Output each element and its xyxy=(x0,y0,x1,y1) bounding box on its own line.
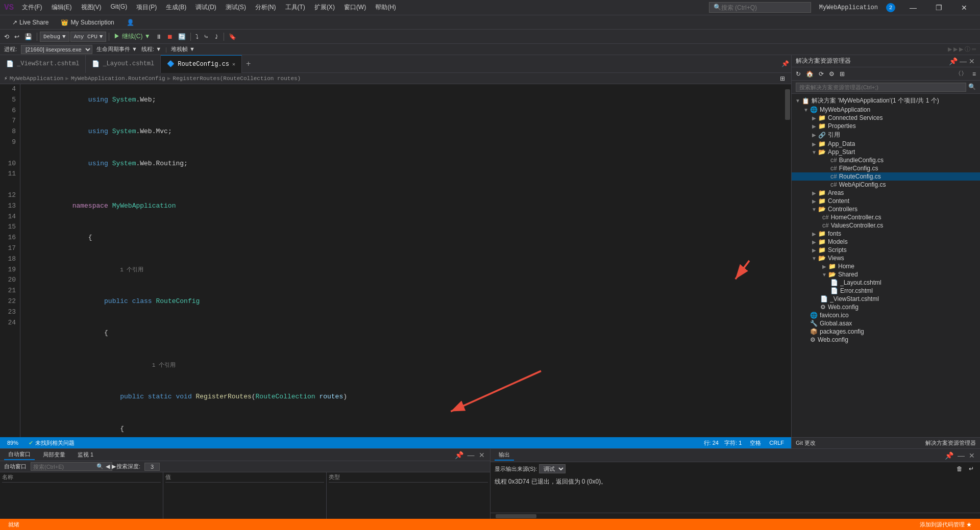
tree-home-folder[interactable]: ▶ 📁 Home xyxy=(792,262,980,270)
depth-input[interactable] xyxy=(144,463,160,471)
tree-models[interactable]: ▶ 📁 Models xyxy=(792,238,980,246)
global-search-input[interactable] xyxy=(721,4,798,11)
git-label[interactable]: Git 更改 xyxy=(796,439,816,447)
status-git[interactable]: 添加到源代码管理 ★ xyxy=(920,521,972,528)
output-hscroll-thumb[interactable] xyxy=(496,514,536,518)
editor-scrollbar-thumb[interactable] xyxy=(785,89,790,120)
se-close-button[interactable]: ✕ xyxy=(968,56,976,66)
output-close-btn[interactable]: ✕ xyxy=(968,450,976,461)
tab-routeconfig[interactable]: 🔷 RouteConfig.cs ✕ xyxy=(161,55,242,73)
auto-min-btn[interactable]: — xyxy=(467,450,476,460)
se-footer-label[interactable]: 解决方案资源管理器 xyxy=(925,439,976,447)
toolbar-back[interactable]: ⟲ xyxy=(2,31,11,42)
tree-areas[interactable]: ▶ 📁 Areas xyxy=(792,189,980,197)
tree-fonts[interactable]: ▶ 📁 fonts xyxy=(792,230,980,238)
auto-pin-btn[interactable]: 📌 xyxy=(454,450,464,460)
tree-connected-services[interactable]: ▶ 📁 Connected Services xyxy=(792,114,980,122)
bookmark-btn[interactable]: 🔖 xyxy=(227,31,238,42)
tree-homecontroller[interactable]: c# HomeController.cs xyxy=(792,213,980,221)
se-search-icon[interactable]: 🔍 xyxy=(968,83,976,91)
menu-build[interactable]: 生成(B) xyxy=(162,1,190,14)
output-source-select[interactable]: 调试 xyxy=(539,464,566,473)
line-col-indicator[interactable]: 行: 24 字符: 1 xyxy=(701,439,745,447)
global-search-box[interactable]: 🔍 xyxy=(709,2,811,13)
tree-views[interactable]: ▼ 📂 Views xyxy=(792,254,980,262)
tab-close-icon[interactable]: ✕ xyxy=(232,61,235,67)
menu-test[interactable]: 测试(S) xyxy=(222,1,250,14)
tree-controllers[interactable]: ▼ 📂 Controllers xyxy=(792,205,980,213)
se-search[interactable]: 🔍 xyxy=(792,81,980,94)
tree-project[interactable]: ▼ 🌐 MyWebApplication xyxy=(792,106,980,114)
notification-badge[interactable]: 2 xyxy=(886,3,895,12)
tree-packages[interactable]: 📦 packages.config xyxy=(792,327,980,336)
spaces-indicator[interactable]: 空格 xyxy=(747,439,764,447)
auto-search-input[interactable] xyxy=(33,464,94,470)
close-button[interactable]: ✕ xyxy=(952,0,976,15)
se-props-btn[interactable]: ≡ xyxy=(970,68,978,80)
se-sync-btn[interactable]: ↻ xyxy=(794,68,803,80)
tree-valuescontroller[interactable]: c# ValuesController.cs xyxy=(792,221,980,230)
output-min-btn[interactable]: — xyxy=(957,450,966,461)
restore-button[interactable]: ❐ xyxy=(927,0,950,15)
tree-error[interactable]: 📄 Error.cshtml xyxy=(792,287,980,295)
se-pin-button[interactable]: 📌 xyxy=(948,56,959,66)
se-code-btn[interactable]: 〈〉 xyxy=(953,68,969,80)
output-pin-btn[interactable]: 📌 xyxy=(944,450,954,461)
editor-scrollbar[interactable] xyxy=(784,84,791,437)
step-into[interactable]: ⤷ xyxy=(202,31,211,42)
tree-scripts[interactable]: ▶ 📁 Scripts xyxy=(792,246,980,254)
se-refresh-btn[interactable]: ⟳ xyxy=(817,68,826,80)
encoding-indicator[interactable]: CRLF xyxy=(766,439,787,447)
tree-favicon[interactable]: 🌐 favicon.ico xyxy=(792,311,980,319)
pause-button[interactable]: ⏸ xyxy=(154,31,164,42)
tree-viewstart[interactable]: 📄 _ViewStart.cshtml xyxy=(792,295,980,303)
pin-tab-button[interactable]: 📌 xyxy=(779,58,791,69)
tree-filterconfig[interactable]: c# FilterConfig.cs xyxy=(792,164,980,172)
tree-solution[interactable]: ▼ 📋 解决方案 'MyWebApplication'(1 个项目/共 1 个) xyxy=(792,96,980,106)
menu-view[interactable]: 视图(V) xyxy=(77,1,106,14)
restart-button[interactable]: 🔄 xyxy=(176,31,188,42)
platform-dropdown[interactable]: Any CPU ▼ xyxy=(70,32,107,42)
callstack-label[interactable]: 堆栈帧 ▼ xyxy=(171,45,195,53)
tab-add-button[interactable]: + xyxy=(242,59,255,68)
tree-bundleconfig[interactable]: c# BundleConfig.cs xyxy=(792,156,980,164)
menu-debug[interactable]: 调试(D) xyxy=(191,1,220,14)
menu-edit[interactable]: 编辑(E) xyxy=(47,1,76,14)
tree-layout[interactable]: 📄 _Layout.cshtml xyxy=(792,279,980,287)
start-button[interactable]: ▶ 继续(C) ▼ xyxy=(112,31,152,42)
se-search-input[interactable] xyxy=(796,83,966,92)
output-clear-btn[interactable]: 🗑 xyxy=(954,463,965,474)
tree-references[interactable]: ▶ 🔗 引用 xyxy=(792,130,980,140)
subscription-button[interactable]: 👑 My Subscription xyxy=(57,18,118,27)
process-select[interactable]: [21660] iisexpress.exe xyxy=(21,45,92,54)
tab-viewstart[interactable]: 📄 _ViewStart.cshtml xyxy=(0,55,86,73)
auto-close-btn[interactable]: ✕ xyxy=(478,450,486,460)
menu-project[interactable]: 项目(P) xyxy=(132,1,161,14)
nav-forward[interactable]: ▶ xyxy=(112,463,116,470)
se-filter-btn[interactable]: ⊞ xyxy=(838,68,847,80)
toolbar-save[interactable]: 💾 xyxy=(22,31,34,42)
tree-properties[interactable]: ▶ 📁 Properties xyxy=(792,122,980,130)
zoom-indicator[interactable]: 89% xyxy=(4,440,21,446)
menu-tools[interactable]: 工具(T) xyxy=(281,1,309,14)
tree-app-data[interactable]: ▶ 📁 App_Data xyxy=(792,140,980,148)
tree-global[interactable]: 🔧 Global.asax xyxy=(792,319,980,327)
tree-web-config-views[interactable]: ⚙ Web.config xyxy=(792,303,980,311)
menu-help[interactable]: 帮助(H) xyxy=(371,1,400,14)
menu-git[interactable]: Git(G) xyxy=(107,1,132,14)
lifecycle-label[interactable]: 生命周期事件 ▼ xyxy=(96,45,137,53)
stop-button[interactable]: ⏹ xyxy=(165,31,175,42)
menu-extensions[interactable]: 扩展(X) xyxy=(310,1,339,14)
code-content[interactable]: using System.Web; using System.Web.Mvc; … xyxy=(20,84,784,437)
tab-layout[interactable]: 📄 _Layout.cshtml xyxy=(86,55,161,73)
tree-web-config[interactable]: ⚙ Web.config xyxy=(792,336,980,344)
debug-config-dropdown[interactable]: Debug ▼ xyxy=(40,32,69,42)
se-settings-btn[interactable]: ⚙ xyxy=(827,68,837,80)
code-editor[interactable]: 4 5 6 7 8 9 10 11 12 13 14 15 16 17 xyxy=(0,84,791,437)
menu-file[interactable]: 文件(F) xyxy=(18,1,46,14)
output-hscroll[interactable] xyxy=(491,513,981,519)
tree-content[interactable]: ▶ 📁 Content xyxy=(792,197,980,205)
menu-window[interactable]: 窗口(W) xyxy=(340,1,370,14)
output-wrap-btn[interactable]: ↵ xyxy=(967,463,976,474)
se-home-btn[interactable]: 🏠 xyxy=(804,68,816,80)
